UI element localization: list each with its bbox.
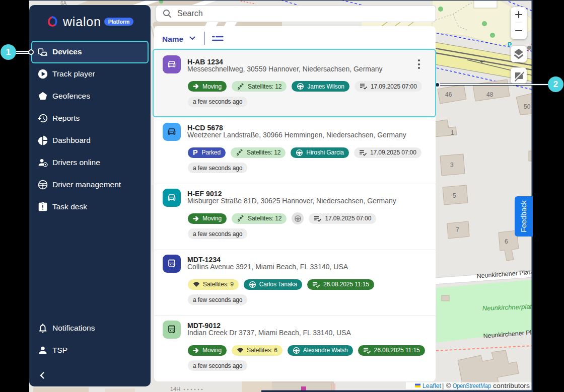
svg-text:©: © (446, 382, 451, 389)
svg-text:7: 7 (456, 226, 459, 233)
svg-text:3: 3 (450, 162, 454, 169)
svg-text:6: 6 (505, 238, 508, 245)
svg-text:Leaflet: Leaflet (422, 382, 442, 389)
svg-text:46: 46 (445, 91, 452, 98)
svg-text:5: 5 (453, 192, 456, 199)
svg-text:14H: 14H (170, 386, 180, 392)
svg-text:1: 1 (451, 129, 454, 136)
svg-text:OpenStreetMap: OpenStreetMap (453, 382, 491, 389)
svg-text:|: | (442, 382, 444, 389)
svg-text:contributors: contributors (493, 382, 530, 389)
svg-text:50: 50 (524, 103, 531, 110)
svg-text:48: 48 (486, 91, 494, 98)
